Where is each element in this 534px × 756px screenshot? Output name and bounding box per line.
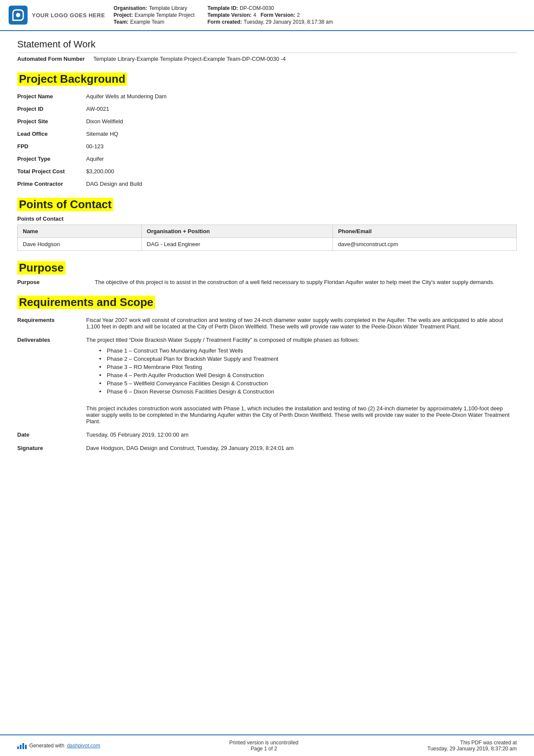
main-content: Statement of Work Automated Form Number … bbox=[0, 31, 534, 734]
form-created-label: Form created: bbox=[208, 19, 242, 25]
project-field-row: Project SiteDixon Wellfield bbox=[17, 115, 517, 128]
poc-name: Dave Hodgson bbox=[18, 238, 142, 251]
project-field-row: Project IDAW-0021 bbox=[17, 103, 517, 115]
statement-title: Statement of Work bbox=[17, 39, 517, 53]
svg-point-1 bbox=[16, 13, 20, 17]
requirements-row: Requirements Fiscal Year 2007 work will … bbox=[17, 313, 517, 333]
footer-bars-icon bbox=[17, 742, 27, 749]
phase-item: Phase 1 – Construct Two Mundaring Aquife… bbox=[99, 347, 512, 354]
footer-left: Generated with dashpivot.com bbox=[17, 742, 100, 749]
date-label: Date bbox=[17, 428, 86, 441]
field-label: Total Project Cost bbox=[17, 165, 86, 178]
project-field-row: Prime ContractorDAG Design and Build bbox=[17, 178, 517, 190]
phase-item: Phase 6 – Dixon Reverse Osmosis Faciliti… bbox=[99, 388, 512, 395]
purpose-heading: Purpose bbox=[17, 261, 65, 275]
signature-label: Signature bbox=[17, 441, 86, 455]
form-version-label: Form Version: bbox=[261, 12, 295, 18]
template-id-value: DP-COM-0030 bbox=[240, 5, 274, 11]
purpose-row: Purpose The objective of this project is… bbox=[17, 279, 517, 285]
logo-section: YOUR LOGO GOES HERE bbox=[9, 5, 105, 25]
logo-icon bbox=[9, 6, 28, 25]
project-field-row: Project NameAquifer Wells at Mundering D… bbox=[17, 90, 517, 103]
footer-center-line1: Printed version is uncontrolled bbox=[229, 740, 298, 746]
phase-item: Phase 3 – RO Membrane Pilot Testing bbox=[99, 364, 512, 370]
field-label: Project Name bbox=[17, 90, 86, 103]
header-col-right: Template ID: DP-COM-0030 Template Versio… bbox=[208, 5, 337, 25]
poc-col-org: Organisation + Position bbox=[141, 225, 332, 238]
form-version-value: 2 bbox=[297, 12, 300, 18]
deliverables-row: Deliverables The project titled “Dixie B… bbox=[17, 333, 517, 428]
phase-item: Phase 5 – Wellfield Conveyance Facilitie… bbox=[99, 380, 512, 387]
project-background-heading: Project Background bbox=[17, 72, 127, 86]
template-version-label: Template Version: bbox=[208, 12, 251, 18]
project-field-row: Lead OfficeSitemate HQ bbox=[17, 128, 517, 140]
template-id-line: Template ID: DP-COM-0030 bbox=[208, 5, 337, 11]
form-number-value: Template Library-Example Template Projec… bbox=[93, 56, 286, 62]
field-label: Project Site bbox=[17, 115, 86, 128]
project-field-row: FPD00-123 bbox=[17, 140, 517, 153]
dashpivot-link[interactable]: dashpivot.com bbox=[67, 743, 100, 749]
field-label: Prime Contractor bbox=[17, 178, 86, 190]
header-meta: Organisation: Template Library Project: … bbox=[114, 5, 521, 25]
team-label: Team: bbox=[114, 19, 128, 25]
requirements-table: Requirements Fiscal Year 2007 work will … bbox=[17, 313, 517, 455]
generated-text: Generated with bbox=[29, 743, 64, 749]
field-value: DAG Design and Build bbox=[86, 178, 517, 190]
org-value: Template Library bbox=[149, 5, 187, 11]
project-background-table: Project NameAquifer Wells at Mundering D… bbox=[17, 90, 517, 190]
bar-3 bbox=[22, 743, 24, 749]
field-label: Project Type bbox=[17, 153, 86, 165]
project-field-row: Project TypeAquifer bbox=[17, 153, 517, 165]
template-version-line: Template Version: 4 Form Version: 2 bbox=[208, 12, 337, 18]
project-field-row: Total Project Cost$3,200,000 bbox=[17, 165, 517, 178]
form-number-label: Automated Form Number bbox=[17, 56, 85, 62]
field-label: FPD bbox=[17, 140, 86, 153]
date-row: Date Tuesday, 05 February 2019, 12:00:00… bbox=[17, 428, 517, 441]
signature-value: Dave Hodgson, DAG Design and Construct, … bbox=[86, 441, 517, 455]
date-value: Tuesday, 05 February 2019, 12:00:00 am bbox=[86, 428, 517, 441]
project-value: Example Template Project bbox=[135, 12, 195, 18]
requirements-label: Requirements bbox=[17, 313, 86, 333]
form-created-line: Form created: Tuesday, 29 January 2019, … bbox=[208, 19, 337, 25]
poc-section-label: Points of Contact bbox=[17, 216, 517, 222]
field-value: AW-0021 bbox=[86, 103, 517, 115]
signature-row: Signature Dave Hodgson, DAG Design and C… bbox=[17, 441, 517, 455]
points-of-contact-heading: Points of Contact bbox=[17, 198, 113, 211]
footer-right-line1: This PDF was created at bbox=[428, 740, 517, 746]
template-id-label: Template ID: bbox=[208, 5, 238, 11]
requirements-heading: Requirements and Scope bbox=[17, 296, 155, 309]
field-value: Dixon Wellfield bbox=[86, 115, 517, 128]
field-label: Lead Office bbox=[17, 128, 86, 140]
deliverables-label: Deliverables bbox=[17, 333, 86, 428]
footer: Generated with dashpivot.com Printed ver… bbox=[0, 734, 534, 756]
field-value: 00-123 bbox=[86, 140, 517, 153]
footer-right-line2: Tuesday, 29 January 2019, 8:37:20 am bbox=[428, 746, 517, 752]
form-created-value: Tuesday, 29 January 2019, 8:17:38 am bbox=[244, 19, 333, 25]
purpose-label: Purpose bbox=[17, 279, 86, 285]
field-value: Sitemate HQ bbox=[86, 128, 517, 140]
footer-right: This PDF was created at Tuesday, 29 Janu… bbox=[428, 740, 517, 752]
field-label: Project ID bbox=[17, 103, 86, 115]
project-line: Project: Example Template Project bbox=[114, 12, 195, 18]
project-label: Project: bbox=[114, 12, 133, 18]
deliverables-content: The project titled “Dixie Brackish Water… bbox=[86, 333, 517, 428]
poc-col-name: Name bbox=[18, 225, 142, 238]
form-number-row: Automated Form Number Template Library-E… bbox=[17, 56, 517, 62]
page: YOUR LOGO GOES HERE Organisation: Templa… bbox=[0, 0, 534, 756]
poc-email: dave@smconstruct.cpm bbox=[333, 238, 517, 251]
field-value: Aquifer bbox=[86, 153, 517, 165]
bar-1 bbox=[17, 747, 19, 749]
header-col-left: Organisation: Template Library Project: … bbox=[114, 5, 195, 25]
team-line: Team: Example Team bbox=[114, 19, 195, 25]
org-line: Organisation: Template Library bbox=[114, 5, 195, 11]
poc-col-phone: Phone/Email bbox=[333, 225, 517, 238]
phases-list: Phase 1 – Construct Two Mundaring Aquife… bbox=[86, 343, 512, 401]
logo-text: YOUR LOGO GOES HERE bbox=[32, 12, 105, 19]
phase-item: Phase 4 – Perth Aquifer Production Well … bbox=[99, 372, 512, 378]
poc-header-row: Name Organisation + Position Phone/Email bbox=[18, 225, 517, 238]
footer-center: Printed version is uncontrolled Page 1 o… bbox=[229, 740, 298, 752]
org-label: Organisation: bbox=[114, 5, 147, 11]
phase-item: Phase 2 – Conceptual Plan for Brackish W… bbox=[99, 356, 512, 362]
poc-table: Name Organisation + Position Phone/Email… bbox=[17, 225, 517, 251]
field-value: Aquifer Wells at Mundering Dam bbox=[86, 90, 517, 103]
